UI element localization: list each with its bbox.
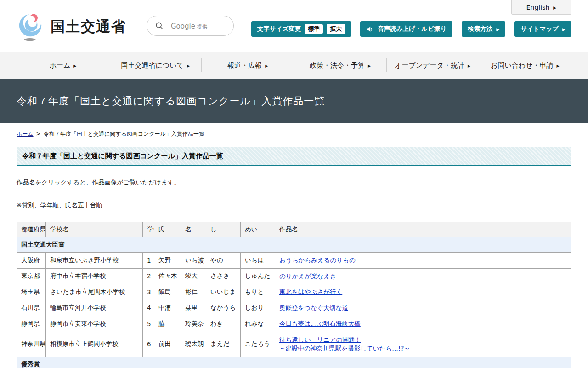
nav-item-label: お問い合わせ・申請 — [491, 61, 553, 70]
chevron-right-icon: ▶ — [368, 64, 371, 68]
table-cell: いいじま — [206, 284, 241, 300]
search-placeholder: Google提供 — [171, 22, 207, 30]
table-cell: もりと — [241, 284, 275, 300]
column-header: 都道府県 — [17, 222, 46, 237]
page-title-banner: 令和７年度「国土と交通に関する図画コンクール」入賞作品一覧 — [0, 79, 588, 123]
sitemap-label: サイトマップ — [520, 25, 559, 33]
nav-item[interactable]: 政策・法令・予算▶ — [294, 58, 386, 72]
breadcrumb-separator: > — [36, 131, 41, 137]
work-cell: 奥能登をつなぐ大切な道 — [275, 300, 571, 316]
column-header: 学年 — [143, 222, 154, 237]
nav-item[interactable]: オープンデータ・統計▶ — [386, 58, 479, 72]
font-size-label: 文字サイズ変更 — [257, 25, 301, 33]
column-header: 学校名 — [46, 222, 143, 237]
column-header: めい — [241, 222, 275, 237]
table-cell: 佐々木 — [154, 268, 181, 284]
work-link[interactable]: おうちからみえるのりもの — [279, 256, 356, 264]
table-cell: 6 — [143, 332, 154, 356]
table-cell: 竣大 — [181, 268, 206, 284]
table-cell: 府中市立本宿小学校 — [46, 268, 143, 284]
table-row: 大阪府和泉市立いぶき野小学校1矢野いち波やのいちはおうちからみえるのりもの — [17, 253, 571, 269]
english-button[interactable]: English ▶ — [511, 0, 571, 15]
work-cell: おうちからみえるのりもの — [275, 253, 571, 269]
work-link[interactable]: 待ち遠しい リニアの開通！～建設中の神奈川県駅を撮影していたら…!?～ — [279, 336, 410, 352]
nav-item-label: ホーム — [50, 61, 71, 70]
page-title: 令和７年度「国土と交通に関する図画コンクール」入賞作品一覧 — [17, 94, 325, 108]
table-cell: 中浦 — [154, 300, 181, 316]
sitemap-button[interactable]: サイトマップ ▶ — [514, 21, 571, 37]
work-cell: 東北をはやぶさが行く — [275, 284, 571, 300]
table-cell: なかうら — [206, 300, 241, 316]
table-cell: 矢野 — [154, 253, 181, 269]
table-cell: 東京都 — [17, 268, 46, 284]
table-cell: ささき — [206, 268, 241, 284]
search-method-button[interactable]: 検索方法 ▶ — [462, 21, 505, 37]
table-row: 石川県輪島市立河井小学校4中浦栞里なかうらしおり奥能登をつなぐ大切な道 — [17, 300, 571, 316]
table-row: 東京都府中市立本宿小学校2佐々木竣大ささきしゅんたのりかえが楽なえき — [17, 268, 571, 284]
nav-item[interactable]: 国土交通省について▶ — [109, 58, 201, 72]
nav-item[interactable]: お問い合わせ・申請▶ — [479, 58, 571, 72]
table-cell: 神奈川県 — [17, 332, 46, 356]
mlit-logo-icon — [17, 12, 45, 41]
table-cell: 静岡県 — [17, 316, 46, 332]
awards-table-container: 都道府県学校名学年氏名しめい作品名 国土交通大臣賞大阪府和泉市立いぶき野小学校1… — [17, 222, 571, 368]
nav-item-label: オープンデータ・統計 — [395, 61, 464, 70]
column-header: し — [206, 222, 241, 237]
table-cell: やの — [206, 253, 241, 269]
table-header-row: 都道府県学校名学年氏名しめい作品名 — [17, 222, 571, 237]
award-section-row: 優秀賞 — [17, 356, 571, 368]
table-cell: 彬仁 — [181, 284, 206, 300]
work-cell: のりかえが楽なえき — [275, 268, 571, 284]
table-cell: いち波 — [181, 253, 206, 269]
column-header: 作品名 — [275, 222, 571, 237]
table-cell: こたろう — [241, 332, 275, 356]
breadcrumb: ホーム>令和７年度「国土と交通に関する図画コンクール」入賞作品一覧 — [17, 130, 571, 138]
sort-note: ※賞別、学年順、氏名五十音順 — [17, 201, 571, 210]
table-cell: 埼玉県 — [17, 284, 46, 300]
chevron-right-icon: ▶ — [562, 27, 565, 32]
table-cell: 1 — [143, 253, 154, 269]
table-cell: 脇 — [154, 316, 181, 332]
award-name: 国土交通大臣賞 — [17, 237, 571, 253]
table-cell: まえだ — [206, 332, 241, 356]
table-cell: しゅんた — [241, 268, 275, 284]
work-cell: 今日も夢はこぶ明石海峡大橋 — [275, 316, 571, 332]
mlit-logo[interactable]: 国土交通省 — [17, 12, 126, 41]
table-cell: 栞里 — [181, 300, 206, 316]
table-cell: 静岡市立安東小学校 — [46, 316, 143, 332]
chevron-right-icon: ▶ — [265, 64, 268, 68]
chevron-right-icon: ▶ — [187, 64, 190, 68]
chevron-right-icon: ▶ — [468, 64, 470, 68]
breadcrumb-home-link[interactable]: ホーム — [17, 131, 34, 137]
site-search-input[interactable]: Google提供 — [147, 16, 234, 36]
table-cell: いちは — [241, 253, 275, 269]
search-icon — [155, 22, 164, 30]
table-row: 神奈川県相模原市立上鶴間小学校6前田琥太朗まえだこたろう待ち遠しい リニアの開通… — [17, 332, 571, 356]
table-cell: わき — [206, 316, 241, 332]
nav-item[interactable]: 報道・広報▶ — [201, 58, 294, 72]
table-cell: 輪島市立河井小学校 — [46, 300, 143, 316]
site-header: 国土交通省 Google提供 文字サイズ変更 標準 拡大 音声読み上げ・ルビ振り… — [0, 0, 588, 52]
font-size-large-button[interactable]: 拡大 — [327, 24, 345, 34]
work-link[interactable]: 東北をはやぶさが行く — [279, 288, 342, 295]
table-cell: 5 — [143, 316, 154, 332]
nav-item-label: 報道・広報 — [227, 61, 262, 70]
work-link[interactable]: 今日も夢はこぶ明石海峡大橋 — [279, 320, 361, 327]
nav-item[interactable]: ホーム▶ — [17, 58, 109, 72]
global-nav: ホーム▶国土交通省について▶報道・広報▶政策・法令・予算▶オープンデータ・統計▶… — [0, 52, 588, 79]
text-to-speech-button[interactable]: 音声読み上げ・ルビ振り — [360, 21, 452, 37]
font-size-standard-button[interactable]: 標準 — [305, 24, 323, 34]
award-section-row: 国土交通大臣賞 — [17, 237, 571, 253]
table-cell: 飯島 — [154, 284, 181, 300]
breadcrumb-current: 令和７年度「国土と交通に関する図画コンクール」入賞作品一覧 — [44, 131, 204, 137]
tts-label: 音声読み上げ・ルビ振り — [378, 25, 447, 33]
intro-text: 作品名をクリックすると、作品画像がご覧いただけます。 — [17, 178, 571, 187]
table-cell: 玲美奈 — [181, 316, 206, 332]
header-button-group: 文字サイズ変更 標準 拡大 音声読み上げ・ルビ振り 検索方法 ▶ サイトマップ … — [251, 21, 571, 37]
table-cell: 琥太朗 — [181, 332, 206, 356]
column-header: 氏 — [154, 222, 181, 237]
work-link[interactable]: のりかえが楽なえき — [279, 272, 336, 280]
work-link[interactable]: 奥能登をつなぐ大切な道 — [279, 304, 348, 311]
section-heading: 令和７年度「国土と交通に関する図画コンクール」入賞作品一覧 — [17, 147, 571, 166]
speaker-icon — [366, 25, 374, 33]
